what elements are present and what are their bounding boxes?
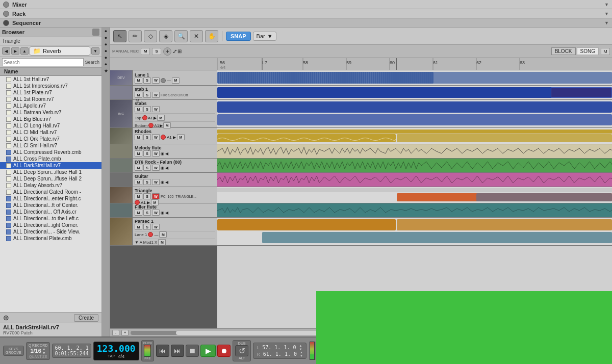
- s-btn-dt6[interactable]: S: [143, 165, 151, 171]
- list-item[interactable]: ALL Big Blue.rv7: [0, 116, 101, 122]
- m-btn-stab1[interactable]: M: [135, 92, 142, 98]
- sidebar-icon-1[interactable]: ●: [105, 29, 107, 34]
- sidebar-icon-3[interactable]: ●: [105, 42, 107, 47]
- s-btn-triangle[interactable]: S: [143, 193, 151, 199]
- list-item[interactable]: ALL Cl Ork Plate.rv7: [0, 136, 101, 142]
- mixer-panel-row[interactable]: Mixer ▼: [0, 0, 612, 9]
- loop-btn[interactable]: ↺: [235, 345, 248, 356]
- m-btn3-parsec[interactable]: M: [158, 239, 166, 245]
- block-stabs-bottom[interactable]: [217, 114, 612, 125]
- list-item[interactable]: ALL Cross Plate.cmb: [0, 155, 101, 162]
- tool-hand-btn[interactable]: ✋: [205, 30, 218, 42]
- list-item[interactable]: ALL Compressed Reverb.cmb: [0, 149, 101, 155]
- nav-up-btn[interactable]: ▲: [20, 47, 29, 55]
- rewind-btn[interactable]: ⏮: [156, 345, 169, 357]
- list-item[interactable]: ALL Apollo.rv7: [0, 102, 101, 109]
- add-icon[interactable]: ⊕: [3, 314, 9, 322]
- zoom-out-btn[interactable]: -: [112, 330, 119, 336]
- list-item[interactable]: ALL Deep Sprun...iffuse Hall 1: [0, 169, 101, 175]
- s-btn-stabs[interactable]: S: [143, 106, 151, 112]
- tool-mute-btn[interactable]: ✕: [190, 30, 203, 42]
- list-item[interactable]: ALL Directional Plate.cmb: [0, 235, 101, 242]
- track-w-btn-lane1[interactable]: W: [152, 77, 160, 84]
- sidebar-icon-4[interactable]: ●: [105, 48, 107, 54]
- m-btn2-parsec[interactable]: M: [159, 231, 167, 238]
- block-stabs-top[interactable]: [217, 101, 612, 113]
- w-btn-filler[interactable]: W: [152, 210, 160, 216]
- block-triangle-teal[interactable]: [476, 193, 612, 201]
- w-btn-dt6[interactable]: W: [152, 165, 160, 171]
- block-rhodes-2[interactable]: [397, 134, 612, 142]
- tool-select-btn[interactable]: ↖: [113, 30, 126, 42]
- m-btn2-rhodes[interactable]: M: [177, 134, 185, 140]
- m-btn-stabs[interactable]: M: [135, 106, 142, 112]
- list-item[interactable]: ALL 1st Plate.rv7: [0, 89, 101, 96]
- sidebar-icon-7[interactable]: ★: [104, 68, 108, 73]
- sidebar-icon-5[interactable]: ●: [105, 55, 107, 60]
- block-stab1-2[interactable]: [551, 87, 612, 98]
- m-btn-rhodes[interactable]: M: [135, 134, 142, 140]
- sequencer-panel-row[interactable]: Sequencer ▼: [0, 18, 612, 28]
- list-item[interactable]: ALL 1st Hall.rv7: [0, 76, 101, 83]
- rack-expand[interactable]: ▼: [604, 11, 609, 16]
- w-btn-guitar[interactable]: W: [152, 179, 160, 185]
- list-item[interactable]: ALL Cl Long Hall.rv7: [0, 122, 101, 129]
- list-item[interactable]: ALL Deep Sprun...iffuse Hall 2: [0, 175, 101, 182]
- rec-m-button[interactable]: M: [601, 48, 610, 55]
- search-input[interactable]: [2, 58, 84, 66]
- m-btn-top[interactable]: M: [157, 115, 165, 121]
- block-button[interactable]: BLOCK: [551, 47, 576, 55]
- w-btn-parsec[interactable]: W: [152, 224, 160, 230]
- route-icon[interactable]: ⑇: [173, 48, 176, 54]
- create-button[interactable]: Create: [74, 314, 98, 322]
- grid-icon[interactable]: ⊞: [177, 48, 182, 54]
- tool-erase-btn[interactable]: ◇: [144, 30, 157, 42]
- w-btn-triangle[interactable]: W: [152, 193, 160, 199]
- sidebar-icon-6[interactable]: ●: [105, 62, 107, 67]
- fast-forward-btn[interactable]: ⏭: [171, 345, 184, 357]
- list-item[interactable]: ALL Delay Absorb.rv7: [0, 182, 101, 189]
- tool-draw-btn[interactable]: ✏: [129, 30, 142, 42]
- block-parsec-lane-1[interactable]: [217, 219, 396, 230]
- w-btn-melody[interactable]: W: [152, 150, 160, 157]
- list-item[interactable]: ALL 1st Impressions.rv7: [0, 83, 101, 89]
- s-btn-parsec[interactable]: S: [143, 224, 151, 230]
- list-item[interactable]: ALL Directional Gated Room -: [0, 189, 101, 195]
- list-item[interactable]: ALL Directional...to the Left.c: [0, 215, 101, 222]
- sidebar-icon-2[interactable]: ●: [105, 35, 107, 40]
- bar-dropdown[interactable]: Bar ▼: [253, 32, 276, 41]
- list-item[interactable]: ALL Directional... Off Axis.cr: [0, 209, 101, 215]
- w-btn-stab1[interactable]: W: [152, 92, 160, 98]
- list-item[interactable]: ALL Cl Sml Hall.rv7: [0, 142, 101, 149]
- stop-btn[interactable]: ⏹: [186, 345, 199, 357]
- m-button[interactable]: M: [141, 48, 150, 55]
- song-button[interactable]: SONG: [577, 47, 599, 55]
- add-track-button[interactable]: +: [163, 47, 171, 56]
- list-item[interactable]: ALL Directional...ight Corner.: [0, 222, 101, 228]
- rack-panel-row[interactable]: Rack ▼: [0, 9, 612, 18]
- record-btn[interactable]: ⏺: [217, 345, 231, 357]
- w-btn-rhodes[interactable]: W: [152, 134, 160, 140]
- s-button[interactable]: S: [152, 48, 161, 55]
- list-item[interactable]: ALL Batman Verb.rv7: [0, 109, 101, 116]
- block-lane1-2[interactable]: [397, 72, 612, 84]
- m-btn-parsec[interactable]: M: [135, 224, 142, 230]
- nav-dropdown-btn[interactable]: ▼: [91, 47, 99, 55]
- track-s-btn-lane1[interactable]: S: [143, 77, 151, 84]
- quantize-up-btn[interactable]: ▲: [42, 347, 46, 351]
- block-parsec-mod[interactable]: [262, 232, 612, 243]
- s-btn-guitar[interactable]: S: [143, 179, 151, 185]
- m-btn-dt6[interactable]: M: [135, 165, 142, 171]
- sequencer-expand[interactable]: ▼: [604, 20, 609, 25]
- m-btn-triangle[interactable]: M: [135, 193, 142, 199]
- m-btn-guitar[interactable]: M: [135, 179, 142, 185]
- nav-forward-btn[interactable]: ▶: [11, 47, 19, 55]
- list-item[interactable]: ALL DarkStrsHall.rv7: [0, 162, 101, 169]
- mixer-expand[interactable]: ▼: [604, 2, 609, 7]
- block-rhodes-1[interactable]: [217, 134, 396, 142]
- s-btn-rhodes[interactable]: S: [143, 134, 151, 140]
- play-btn[interactable]: ▶: [200, 345, 216, 357]
- m-btn-melody[interactable]: M: [135, 150, 142, 157]
- nav-back-btn[interactable]: ◀: [2, 47, 10, 55]
- list-item[interactable]: ALL Directional...ft of Center.: [0, 202, 101, 209]
